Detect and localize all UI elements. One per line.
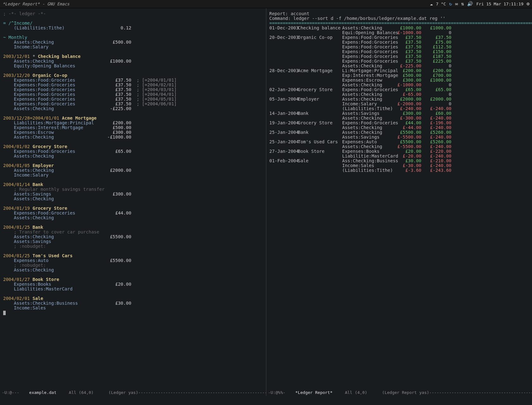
- report-row[interactable]: Expens:Food:Groceries£37.50£150.00: [269, 49, 529, 54]
- modeline-buffer-name: *Ledger Report*: [295, 390, 332, 395]
- report-row[interactable]: Assets:Checking £-44.00£-240.00: [269, 125, 529, 130]
- report-row[interactable]: 01-Dec-2003Checking balance Assets:Check…: [269, 26, 529, 30]
- report-row[interactable]: Expens:Food:Groceries£37.50£75.00: [269, 40, 529, 45]
- left-pane[interactable]: ; -*- ledger -*- = /^Income/ (Liabilitie…: [0, 8, 266, 396]
- modeline-dashes: ----------------------------------------…: [429, 390, 532, 395]
- window-title: *Ledger Report* - GNU Emacs: [3, 0, 69, 8]
- report-row[interactable]: Expenses:Escrow £300.00£1000.00: [269, 78, 529, 83]
- report-separator: ========================================…: [269, 21, 532, 26]
- modeline-mode: (Ledger Report yas): [382, 390, 429, 395]
- modeline-buffer-name: example.dat: [29, 390, 56, 395]
- system-tray: ☁ 7 °C ↻ ✉ ⇅ 🔊 Fri 15 Mar 17:11:19 ⚙: [430, 0, 529, 8]
- report-row[interactable]: 19-Jan-2004Grocery Store Expens:Food:Gro…: [269, 121, 529, 125]
- minibuffer[interactable]: [0, 396, 532, 405]
- volume-icon[interactable]: 🔊: [467, 0, 473, 8]
- mail-icon[interactable]: ✉: [455, 0, 458, 8]
- modeline-position: All (4,0): [345, 390, 367, 395]
- gear-icon[interactable]: ⚙: [527, 0, 529, 8]
- report-row[interactable]: 25-Jan-2004Tom's Used Cars Expenses:Auto…: [269, 140, 529, 144]
- report-row[interactable]: 27-Jan-2004Book Store Expenses:Books £20…: [269, 149, 529, 154]
- modeline-mode: (Ledger yas): [109, 390, 138, 395]
- report-row[interactable]: Expens:Food:Groceries£37.50£187.50: [269, 54, 529, 59]
- report-row[interactable]: Income:Salary £-2000.000: [269, 102, 529, 106]
- weather-text: 7 °C: [436, 0, 446, 8]
- modeline-flags: -U:@%%-: [268, 390, 286, 395]
- report-row[interactable]: Assets:Checking £-225.000: [269, 64, 529, 68]
- report-row[interactable]: Expens:Food:Groceries£37.50£225.00: [269, 59, 529, 64]
- modeline-dashes: ----------------------------------------…: [138, 390, 266, 395]
- network-icon[interactable]: ⇅: [461, 0, 464, 8]
- report-row[interactable]: Liabilitie:MasterCard£-20.00£-240.00: [269, 154, 529, 159]
- report-row[interactable]: Income:Sales £-30.00£-240.00: [269, 163, 529, 168]
- report-row[interactable]: 25-Jan-2004Bank Assets:Checking £5500.00…: [269, 130, 529, 135]
- left-modeline: -U:@--- example.dat All (64,0) (Ledger y…: [0, 389, 266, 396]
- report-row[interactable]: (Liabilities:Tithe) £-3.60£-243.60: [269, 168, 529, 173]
- modeline-flags: -U:@---: [2, 390, 19, 395]
- ledger-report-buffer[interactable]: Report: account Command: ledger --sort d…: [266, 8, 532, 173]
- report-row[interactable]: 28-Dec-2003Acme Mortgage Li:Mortgage:Pri…: [269, 68, 529, 73]
- report-row[interactable]: 05-Jan-2004Employer Assets:Checking £200…: [269, 97, 529, 102]
- report-row[interactable]: 20-Dec-2003Organic Co-op Expens:Food:Gro…: [269, 35, 529, 40]
- report-row[interactable]: 02-Jan-2004Grocery Store Expens:Food:Gro…: [269, 87, 529, 92]
- report-row[interactable]: Expens:Food:Groceries£37.50£112.50: [269, 45, 529, 49]
- report-row[interactable]: Exp:Interest:Mortgage£500.00£700.00: [269, 73, 529, 78]
- report-row[interactable]: Assets:Checking £-300.00£-240.00: [269, 116, 529, 121]
- report-row[interactable]: Assets:Checking £-65.000: [269, 92, 529, 97]
- workspace: ; -*- ledger -*- = /^Income/ (Liabilitie…: [0, 8, 532, 396]
- report-header-line: Report: account: [269, 11, 309, 16]
- report-row[interactable]: (Liabilities:Tithe) £-240.00£-240.00: [269, 106, 529, 111]
- report-row[interactable]: Assets:Savings £-5500.00£-240.00: [269, 135, 529, 140]
- report-row[interactable]: 01-Feb-2004Sale Ass:Checking:Business£30…: [269, 159, 529, 163]
- titlebar: *Ledger Report* - GNU Emacs ☁ 7 °C ↻ ✉ ⇅…: [0, 0, 532, 8]
- report-row[interactable]: Assets:Checking £-1000.000: [269, 83, 529, 87]
- report-row[interactable]: Equi:Opening Balances£-1000.000: [269, 30, 529, 35]
- weather-icon: ☁: [430, 0, 433, 8]
- report-command-line: Command: ledger --sort d -f /home/borbus…: [269, 16, 446, 21]
- right-modeline: -U:@%%- *Ledger Report* All (4,0) (Ledge…: [266, 389, 532, 396]
- cursor: [3, 311, 6, 315]
- modeline-position: All (64,0): [69, 390, 93, 395]
- right-pane[interactable]: Report: account Command: ledger --sort d…: [266, 8, 532, 396]
- report-row[interactable]: 14-Jan-2004Bank Assets:Savings £300.00£6…: [269, 111, 529, 116]
- refresh-icon[interactable]: ↻: [449, 0, 452, 8]
- ledger-source-buffer[interactable]: ; -*- ledger -*- = /^Income/ (Liabilitie…: [0, 8, 266, 315]
- report-row[interactable]: Assets:Checking £-5500.00£-240.00: [269, 144, 529, 149]
- clock: Fri 15 Mar 17:11:19: [476, 0, 523, 8]
